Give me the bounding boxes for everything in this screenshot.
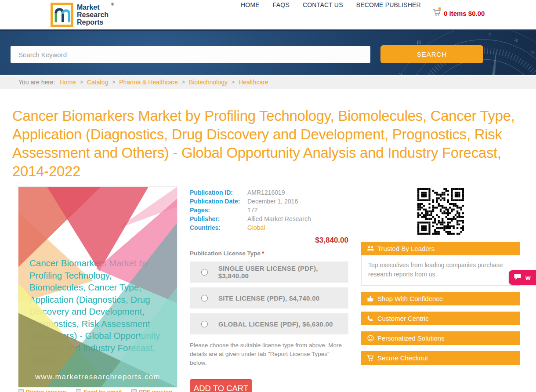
chat-label: w (525, 274, 531, 281)
cart-count-text: 0 items $0.00 (444, 10, 485, 17)
svg-text:20: 20 (514, 38, 519, 43)
breadcrumb-biotechnology[interactable]: Biotechnology (189, 79, 228, 86)
search-button[interactable]: SEARCH (380, 45, 483, 63)
breadcrumb-pharma-healthcare[interactable]: Pharma & Healthcare (119, 79, 178, 86)
breadcrumb-prefix: You are here: (18, 79, 55, 86)
top-nav: HOME FAQS CONTACT US BECOME PUBLISHER (241, 1, 421, 8)
search-input[interactable] (11, 46, 370, 63)
email-icon (76, 389, 81, 392)
trusted-note: Top executives from leading companies pu… (361, 255, 520, 286)
license-radio-single-user[interactable] (201, 269, 208, 276)
nav-contact-us[interactable]: CONTACT US (303, 1, 343, 8)
cart-icon (366, 355, 374, 362)
banner-trusted-by-leaders: Trusted By Leaders (361, 242, 520, 255)
detail-row-publication-date: Publication Date: December 1, 2016 (190, 197, 348, 206)
license-note: Please choose the suitable license type … (190, 341, 346, 367)
banner-shop-with-confidence: Shop With Confidence (361, 292, 520, 305)
page-root: ® Market Research Reports HOME FAQS CONT… (0, 0, 536, 392)
pdf-icon (131, 389, 137, 392)
top-header: ® Market Research Reports HOME FAQS CONT… (0, 0, 536, 29)
detail-row-countries: Countries: Global (190, 223, 348, 232)
banner-customer-centric: Customer Centric (361, 312, 520, 325)
banner-personalized-solutions: Personalized Solutions (361, 331, 520, 345)
report-cover-image: Cancer Biomarkers Market by Profiling Te… (18, 187, 177, 387)
svg-text:0: 0 (489, 32, 491, 36)
chat-bubble-icon (514, 273, 522, 282)
registered-mark: ® (111, 1, 114, 8)
detail-row-pages: Pages: 172 (190, 206, 348, 214)
breadcrumb-home[interactable]: Home (60, 79, 76, 86)
detail-row-publisher: Publisher: Allied Market Research (190, 214, 348, 223)
cart-link[interactable]: 0 items $0.00 (433, 9, 485, 18)
breadcrumb-separator: > (80, 79, 83, 85)
license-type-label: Publication License Type* (190, 250, 348, 257)
nav-become-publisher[interactable]: BECOME PUBLISHER (356, 1, 421, 8)
breadcrumb-separator: > (232, 79, 235, 85)
banner-secure-checkout: Secure Checkout (361, 351, 520, 365)
detail-row-publication-id: Publication ID: AMR1216019 (190, 188, 348, 197)
required-asterisk: * (262, 250, 264, 257)
breadcrumb-separator: > (112, 79, 115, 85)
page-title: Cancer Biomarkers Market by Profiling Te… (12, 107, 518, 181)
license-option-single-user[interactable]: SINGLE USER LICENSE (PDF), $3,840.00 (190, 261, 348, 283)
license-option-site[interactable]: SITE LICENSE (PDF), $4,740.00 (190, 287, 348, 309)
breadcrumb-catalog[interactable]: Catalog (87, 79, 108, 86)
countries-global-link[interactable]: Global (247, 223, 265, 232)
smiley-icon (366, 335, 374, 342)
nav-home[interactable]: HOME (241, 1, 260, 8)
send-by-email-link[interactable]: Send by email (76, 388, 122, 392)
printer-icon (18, 389, 24, 392)
cover-website-text: www.marketresearchreports.com (18, 373, 177, 381)
license-radio-global[interactable] (201, 321, 208, 327)
sidebar: Trusted By Leaders Top executives from l… (361, 188, 520, 371)
site-logo[interactable]: ® Market Research Reports (51, 3, 109, 27)
brand-text: ® Market Research Reports (77, 3, 109, 26)
printer-version-link[interactable]: Printer version (18, 388, 66, 392)
nav-faqs[interactable]: FAQS (273, 1, 290, 8)
phone-icon (366, 315, 374, 322)
m-logo-icon (51, 3, 73, 27)
breadcrumb-separator: > (182, 79, 185, 85)
report-price: $3,840.00 (190, 236, 348, 245)
qr-code (417, 188, 464, 235)
pdf-version-link[interactable]: PDF version (131, 388, 172, 392)
publication-details: Publication ID: AMR1216019 Publication D… (190, 188, 348, 392)
thumbs-up-icon (366, 295, 374, 302)
breadcrumb: You are here: Home > Catalog > Pharma & … (0, 76, 536, 89)
search-band: N 0 20 40 SEARCH (0, 31, 536, 75)
users-icon (366, 245, 374, 252)
add-to-cart-button[interactable]: ADD TO CART (190, 379, 252, 392)
license-option-global[interactable]: GLOBAL LICENSE (PDF), $6,630.00 (190, 313, 348, 334)
breadcrumb-healthcare[interactable]: Healthcare (239, 79, 268, 86)
report-action-links: Printer version Send by email PDF versio… (18, 388, 172, 392)
cart-badge (438, 7, 441, 10)
svg-text:40: 40 (530, 50, 536, 55)
cart-icon (433, 9, 441, 18)
live-chat-widget[interactable]: w (509, 270, 536, 285)
license-radio-site[interactable] (201, 295, 208, 301)
